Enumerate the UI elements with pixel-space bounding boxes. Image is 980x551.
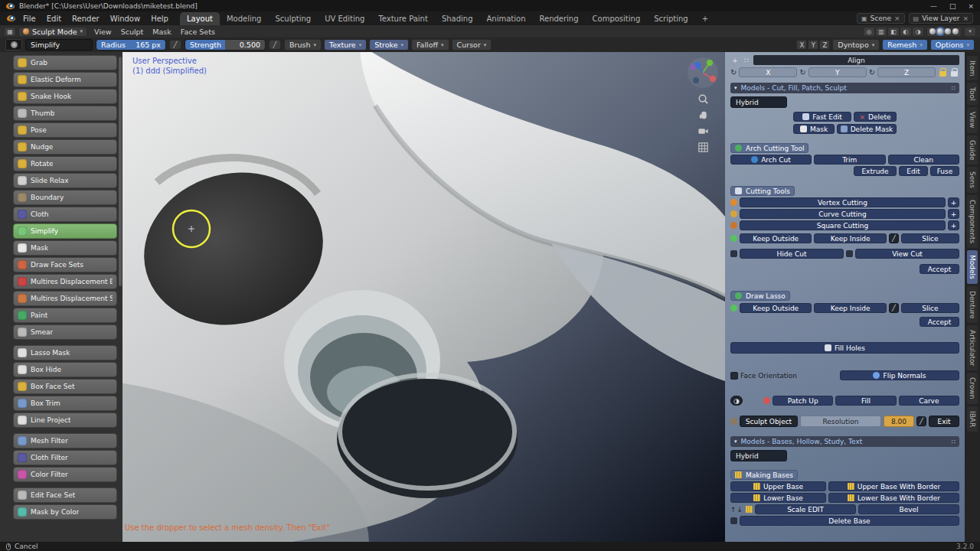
- hide-cut-button[interactable]: Hide Cut: [740, 249, 844, 259]
- editor-menu-item[interactable]: Mask: [148, 27, 175, 37]
- scale-edit-button[interactable]: Scale EDIT: [755, 504, 856, 514]
- delete-base-button[interactable]: Delete Base: [740, 516, 959, 526]
- menu-item[interactable]: Help: [145, 13, 174, 24]
- patch-up-button[interactable]: Patch Up: [773, 396, 833, 406]
- shading-wireframe-icon[interactable]: [929, 28, 936, 34]
- close-icon[interactable]: ×: [962, 15, 969, 22]
- tool-button[interactable]: Smear: [13, 324, 117, 340]
- options-dropdown[interactable]: Options▾: [930, 39, 975, 51]
- fuse-button[interactable]: Fuse: [930, 166, 959, 176]
- blender-menu-icon[interactable]: [4, 13, 18, 24]
- cutting-mode-button[interactable]: Square Cutting: [740, 220, 946, 230]
- bevel-button[interactable]: Bevel: [858, 504, 959, 514]
- sidebar-tab[interactable]: Guide: [967, 135, 978, 165]
- mirror-axis-toggle[interactable]: Z: [819, 40, 830, 50]
- dyntopo-dropdown[interactable]: Dyntopo▾: [832, 39, 880, 51]
- lower-base-button[interactable]: Lower Base: [730, 493, 826, 503]
- panel-options-icon[interactable]: ∷: [952, 439, 956, 445]
- mirror-axis-toggle[interactable]: X: [796, 40, 807, 50]
- workspace-tab[interactable]: +: [695, 12, 715, 25]
- sculpt-object-button[interactable]: Sculpt Object: [740, 416, 798, 427]
- fast-edit-button[interactable]: Fast Edit: [793, 112, 851, 122]
- trim-button[interactable]: Trim: [814, 155, 885, 165]
- viewport-option-icon[interactable]: ◑: [912, 27, 924, 37]
- edit-button[interactable]: Edit: [899, 166, 928, 176]
- workspace-tab[interactable]: Shading: [435, 12, 480, 25]
- tool-button[interactable]: Mesh Filter: [13, 433, 117, 448]
- editor-menu-item[interactable]: Sculpt: [116, 27, 149, 37]
- tool-button[interactable]: Mask: [13, 240, 117, 256]
- sidebar-tab[interactable]: Tool: [967, 83, 978, 105]
- menu-item[interactable]: File: [18, 13, 41, 24]
- shading-rendered-icon[interactable]: [952, 28, 959, 34]
- tool-button[interactable]: Box Trim: [13, 396, 117, 411]
- menu-item[interactable]: Render: [67, 13, 105, 24]
- shading-material-icon[interactable]: [945, 28, 951, 34]
- workspace-tab[interactable]: Texture Paint: [371, 12, 435, 25]
- tool-button[interactable]: Paint: [13, 308, 117, 323]
- tool-settings-dropdown[interactable]: Brush ▾: [284, 39, 322, 51]
- rotate-icon[interactable]: ◑: [730, 396, 743, 406]
- grid-toggle-icon[interactable]: [697, 142, 709, 153]
- align-y-button[interactable]: Y: [808, 67, 867, 77]
- camera-view-icon[interactable]: [697, 126, 709, 137]
- tool-settings-dropdown[interactable]: Cursor ▾: [452, 39, 492, 51]
- exit-button[interactable]: Exit: [929, 416, 959, 427]
- upper-base-button[interactable]: Upper Base: [730, 481, 826, 491]
- arch-cut-button[interactable]: Arch Cut: [730, 155, 812, 165]
- editor-menu-item[interactable]: Face Sets: [176, 27, 220, 37]
- strength-slider[interactable]: Strength 0.500: [185, 39, 266, 51]
- sidebar-tab[interactable]: IBAR: [967, 406, 978, 432]
- mode-selector[interactable]: Sculpt Mode ▾: [18, 27, 87, 37]
- workspace-tab[interactable]: Rendering: [532, 12, 585, 25]
- tool-button[interactable]: Color Filter: [13, 467, 117, 482]
- tool-button[interactable]: Grab: [13, 55, 117, 70]
- pan-hand-icon[interactable]: [697, 109, 709, 121]
- tool-button[interactable]: Multires Displacement Eraser: [13, 274, 117, 289]
- section-models-cut[interactable]: ▾ Models - Cut, Fill, Patch, Sculpt ∷: [730, 83, 959, 93]
- flip-normals-button[interactable]: Flip Normals: [840, 370, 959, 380]
- tool-button[interactable]: Cloth Filter: [13, 450, 117, 465]
- sidebar-tab[interactable]: Item: [967, 56, 978, 81]
- cutting-tools-header[interactable]: Cutting Tools: [730, 186, 795, 196]
- cycle-icon[interactable]: ↻: [730, 68, 737, 77]
- shading-dropdown-icon[interactable]: ▾: [964, 27, 976, 37]
- shading-solid-icon[interactable]: [937, 28, 943, 34]
- cycle-icon[interactable]: ↻: [869, 68, 875, 77]
- lasso-keep-inside-button[interactable]: Keep Inside: [814, 303, 886, 313]
- face-orientation-checkbox[interactable]: [730, 372, 738, 380]
- carve-button[interactable]: Carve: [899, 396, 959, 406]
- swap-icon[interactable]: ↑↓: [730, 506, 743, 514]
- add-cut-button[interactable]: +: [948, 197, 959, 207]
- tool-button[interactable]: Lasso Mask: [13, 345, 117, 360]
- arch-cutting-tool-header[interactable]: Arch Cutting Tool: [730, 143, 808, 153]
- workspace-tab[interactable]: Compositing: [586, 12, 648, 25]
- workspace-tab[interactable]: UV Editing: [318, 12, 371, 25]
- tool-button[interactable]: Box Hide: [13, 362, 117, 377]
- tool-button[interactable]: Box Face Set: [13, 379, 117, 394]
- lasso-accept-button[interactable]: Accept: [920, 317, 959, 327]
- tool-button[interactable]: Pose: [13, 122, 117, 138]
- fill-button[interactable]: Fill: [835, 396, 896, 406]
- mirror-axis-toggle[interactable]: Y: [808, 40, 818, 50]
- workspace-tab[interactable]: Layout: [180, 12, 220, 25]
- sidebar-tab[interactable]: Sens: [967, 167, 978, 193]
- hybrid-select[interactable]: Hybrid: [730, 96, 787, 108]
- trash-icon[interactable]: [730, 517, 737, 524]
- add-cut-button[interactable]: +: [948, 220, 959, 230]
- view-layer-selector[interactable]: ▤ View Layer ×: [909, 13, 973, 24]
- cutting-mode-button[interactable]: Curve Cutting: [740, 209, 946, 219]
- viewport-3d[interactable]: User Perspective (1) ddd (Simplified): [122, 52, 725, 542]
- scene-selector[interactable]: ▣ Scene ×: [857, 13, 905, 24]
- lock-icon[interactable]: [939, 71, 946, 77]
- eyedropper-icon[interactable]: ╱: [916, 416, 926, 426]
- tool-button[interactable]: Elastic Deform: [13, 72, 117, 87]
- eyedropper-icon[interactable]: ╱: [889, 233, 899, 243]
- workspace-tab[interactable]: Animation: [480, 12, 533, 25]
- tool-button[interactable]: Snake Hook: [13, 89, 117, 104]
- tool-button[interactable]: Nudge: [13, 139, 117, 155]
- sidebar-tab[interactable]: Crown: [967, 373, 978, 403]
- viewport-option-icon[interactable]: ▥: [875, 27, 887, 37]
- close-icon[interactable]: ×: [894, 15, 900, 22]
- panel-options-icon[interactable]: ∷: [952, 85, 956, 92]
